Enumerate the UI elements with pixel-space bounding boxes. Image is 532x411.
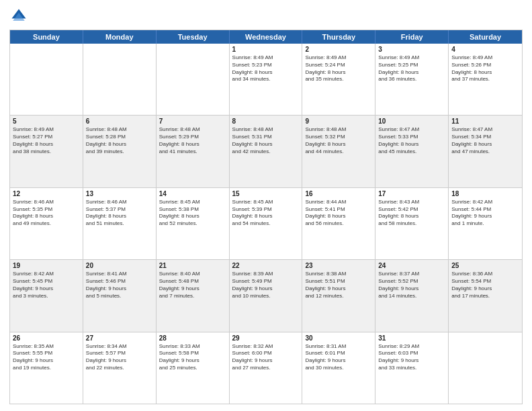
- day-number: 20: [86, 262, 153, 269]
- day-cell-4: 4Sunrise: 8:49 AM Sunset: 5:26 PM Daylig…: [449, 44, 522, 115]
- header-day-friday: Friday: [375, 30, 449, 44]
- day-number: 17: [378, 190, 445, 197]
- calendar-header: SundayMondayTuesdayWednesdayThursdayFrid…: [10, 30, 522, 44]
- day-cell-31: 31Sunrise: 8:29 AM Sunset: 6:03 PM Dayli…: [375, 332, 449, 404]
- day-number: 1: [232, 46, 300, 53]
- day-info: Sunrise: 8:49 AM Sunset: 5:25 PM Dayligh…: [378, 54, 445, 83]
- day-number: 3: [378, 46, 445, 53]
- day-info: Sunrise: 8:47 AM Sunset: 5:33 PM Dayligh…: [378, 126, 445, 155]
- day-info: Sunrise: 8:49 AM Sunset: 5:27 PM Dayligh…: [13, 126, 80, 155]
- day-cell-1: 1Sunrise: 8:49 AM Sunset: 5:23 PM Daylig…: [230, 44, 303, 115]
- day-info: Sunrise: 8:33 AM Sunset: 5:58 PM Dayligh…: [159, 343, 226, 372]
- day-info: Sunrise: 8:48 AM Sunset: 5:28 PM Dayligh…: [86, 126, 153, 155]
- day-cell-11: 11Sunrise: 8:47 AM Sunset: 5:34 PM Dayli…: [449, 116, 522, 187]
- day-cell-22: 22Sunrise: 8:39 AM Sunset: 5:49 PM Dayli…: [230, 260, 303, 331]
- day-info: Sunrise: 8:47 AM Sunset: 5:34 PM Dayligh…: [451, 126, 519, 155]
- day-number: 26: [13, 334, 80, 342]
- empty-cell-0-0: [10, 44, 83, 115]
- day-cell-14: 14Sunrise: 8:45 AM Sunset: 5:38 PM Dayli…: [157, 188, 230, 259]
- day-number: 7: [159, 118, 226, 125]
- day-number: 10: [378, 118, 445, 125]
- day-number: 23: [305, 262, 372, 269]
- day-info: Sunrise: 8:34 AM Sunset: 5:57 PM Dayligh…: [86, 343, 153, 372]
- day-number: 4: [451, 46, 519, 53]
- day-cell-29: 29Sunrise: 8:32 AM Sunset: 6:00 PM Dayli…: [230, 332, 303, 404]
- day-number: 30: [305, 334, 372, 342]
- day-info: Sunrise: 8:43 AM Sunset: 5:42 PM Dayligh…: [378, 199, 445, 228]
- day-cell-27: 27Sunrise: 8:34 AM Sunset: 5:57 PM Dayli…: [83, 332, 157, 404]
- header-day-tuesday: Tuesday: [157, 30, 230, 44]
- empty-cell-4-6: [449, 332, 522, 404]
- day-number: 13: [86, 190, 153, 197]
- day-number: 25: [451, 262, 519, 269]
- day-info: Sunrise: 8:48 AM Sunset: 5:31 PM Dayligh…: [232, 126, 300, 155]
- day-number: 28: [159, 334, 226, 342]
- day-info: Sunrise: 8:39 AM Sunset: 5:49 PM Dayligh…: [232, 271, 300, 300]
- logo: [9, 7, 31, 26]
- header-day-wednesday: Wednesday: [230, 30, 303, 44]
- day-number: 27: [86, 334, 153, 342]
- day-number: 29: [232, 334, 300, 342]
- day-info: Sunrise: 8:49 AM Sunset: 5:26 PM Dayligh…: [451, 54, 519, 83]
- day-cell-13: 13Sunrise: 8:46 AM Sunset: 5:37 PM Dayli…: [83, 188, 157, 259]
- day-number: 16: [305, 190, 372, 197]
- day-cell-15: 15Sunrise: 8:45 AM Sunset: 5:39 PM Dayli…: [230, 188, 303, 259]
- day-cell-10: 10Sunrise: 8:47 AM Sunset: 5:33 PM Dayli…: [375, 116, 449, 187]
- calendar-row-2: 12Sunrise: 8:46 AM Sunset: 5:35 PM Dayli…: [10, 187, 522, 259]
- day-number: 18: [451, 190, 519, 197]
- day-info: Sunrise: 8:31 AM Sunset: 6:01 PM Dayligh…: [305, 343, 372, 372]
- day-info: Sunrise: 8:46 AM Sunset: 5:35 PM Dayligh…: [13, 199, 80, 228]
- day-info: Sunrise: 8:45 AM Sunset: 5:38 PM Dayligh…: [159, 199, 226, 228]
- day-number: 21: [159, 262, 226, 269]
- calendar-row-4: 26Sunrise: 8:35 AM Sunset: 5:55 PM Dayli…: [10, 332, 522, 404]
- calendar-row-3: 19Sunrise: 8:42 AM Sunset: 5:45 PM Dayli…: [10, 259, 522, 331]
- header-day-saturday: Saturday: [449, 30, 522, 44]
- day-info: Sunrise: 8:32 AM Sunset: 6:00 PM Dayligh…: [232, 343, 300, 372]
- day-info: Sunrise: 8:38 AM Sunset: 5:51 PM Dayligh…: [305, 271, 372, 300]
- day-info: Sunrise: 8:42 AM Sunset: 5:45 PM Dayligh…: [13, 271, 80, 300]
- day-info: Sunrise: 8:44 AM Sunset: 5:41 PM Dayligh…: [305, 199, 372, 228]
- day-info: Sunrise: 8:36 AM Sunset: 5:54 PM Dayligh…: [451, 271, 519, 300]
- day-info: Sunrise: 8:48 AM Sunset: 5:29 PM Dayligh…: [159, 126, 226, 155]
- calendar: SundayMondayTuesdayWednesdayThursdayFrid…: [9, 30, 523, 404]
- day-info: Sunrise: 8:29 AM Sunset: 6:03 PM Dayligh…: [378, 343, 445, 372]
- day-info: Sunrise: 8:45 AM Sunset: 5:39 PM Dayligh…: [232, 199, 300, 228]
- day-cell-7: 7Sunrise: 8:48 AM Sunset: 5:29 PM Daylig…: [157, 116, 230, 187]
- day-number: 2: [305, 46, 372, 53]
- day-info: Sunrise: 8:37 AM Sunset: 5:52 PM Dayligh…: [378, 271, 445, 300]
- day-cell-18: 18Sunrise: 8:42 AM Sunset: 5:44 PM Dayli…: [449, 188, 522, 259]
- header: [9, 7, 523, 26]
- day-info: Sunrise: 8:42 AM Sunset: 5:44 PM Dayligh…: [451, 199, 519, 228]
- day-number: 14: [159, 190, 226, 197]
- header-day-thursday: Thursday: [302, 30, 375, 44]
- day-info: Sunrise: 8:49 AM Sunset: 5:24 PM Dayligh…: [305, 54, 372, 83]
- day-number: 19: [13, 262, 80, 269]
- day-cell-19: 19Sunrise: 8:42 AM Sunset: 5:45 PM Dayli…: [10, 260, 83, 331]
- calendar-row-0: 1Sunrise: 8:49 AM Sunset: 5:23 PM Daylig…: [10, 44, 522, 115]
- day-info: Sunrise: 8:40 AM Sunset: 5:48 PM Dayligh…: [159, 271, 226, 300]
- day-cell-26: 26Sunrise: 8:35 AM Sunset: 5:55 PM Dayli…: [10, 332, 83, 404]
- header-day-sunday: Sunday: [10, 30, 83, 44]
- day-cell-6: 6Sunrise: 8:48 AM Sunset: 5:28 PM Daylig…: [83, 116, 157, 187]
- day-info: Sunrise: 8:48 AM Sunset: 5:32 PM Dayligh…: [305, 126, 372, 155]
- day-cell-3: 3Sunrise: 8:49 AM Sunset: 5:25 PM Daylig…: [375, 44, 449, 115]
- day-cell-24: 24Sunrise: 8:37 AM Sunset: 5:52 PM Dayli…: [375, 260, 449, 331]
- day-number: 6: [86, 118, 153, 125]
- calendar-row-1: 5Sunrise: 8:49 AM Sunset: 5:27 PM Daylig…: [10, 115, 522, 187]
- day-cell-28: 28Sunrise: 8:33 AM Sunset: 5:58 PM Dayli…: [157, 332, 230, 404]
- day-cell-9: 9Sunrise: 8:48 AM Sunset: 5:32 PM Daylig…: [302, 116, 375, 187]
- day-number: 24: [378, 262, 445, 269]
- day-cell-12: 12Sunrise: 8:46 AM Sunset: 5:35 PM Dayli…: [10, 188, 83, 259]
- day-number: 15: [232, 190, 300, 197]
- day-info: Sunrise: 8:49 AM Sunset: 5:23 PM Dayligh…: [232, 54, 300, 83]
- day-number: 11: [451, 118, 519, 125]
- day-number: 22: [232, 262, 300, 269]
- day-cell-21: 21Sunrise: 8:40 AM Sunset: 5:48 PM Dayli…: [157, 260, 230, 331]
- day-cell-8: 8Sunrise: 8:48 AM Sunset: 5:31 PM Daylig…: [230, 116, 303, 187]
- day-cell-17: 17Sunrise: 8:43 AM Sunset: 5:42 PM Dayli…: [375, 188, 449, 259]
- day-number: 8: [232, 118, 300, 125]
- day-number: 12: [13, 190, 80, 197]
- logo-icon: [9, 7, 28, 26]
- day-cell-20: 20Sunrise: 8:41 AM Sunset: 5:46 PM Dayli…: [83, 260, 157, 331]
- day-cell-5: 5Sunrise: 8:49 AM Sunset: 5:27 PM Daylig…: [10, 116, 83, 187]
